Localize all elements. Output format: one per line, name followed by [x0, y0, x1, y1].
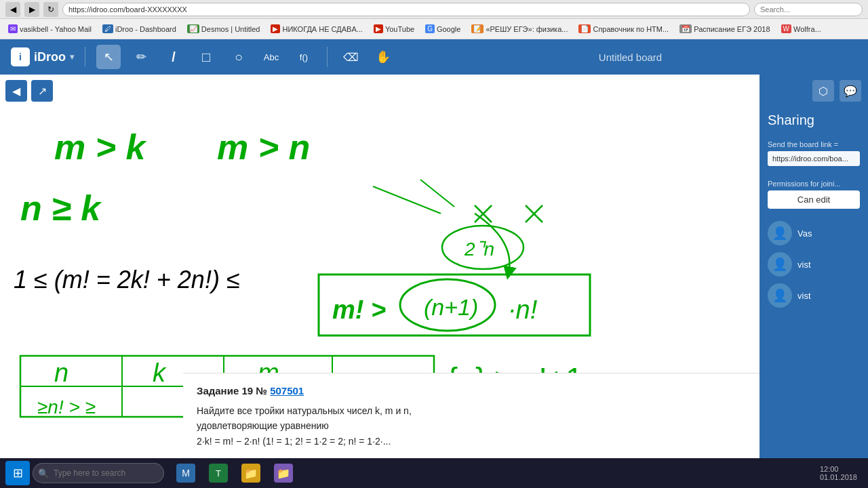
task-number-link[interactable]: 507501	[270, 385, 304, 396]
expand-buttons: ◀ ↗	[5, 80, 53, 102]
eraser-icon: ⌫	[343, 51, 359, 64]
tool-select[interactable]: ↖	[96, 45, 121, 69]
nav-back-button[interactable]: ◀	[5, 2, 20, 17]
tool-eraser[interactable]: ⌫	[338, 45, 363, 69]
bookmark-ege[interactable]: 📅 Расписание ЕГЭ 2018	[675, 23, 774, 35]
share-icon: ⬡	[818, 85, 828, 98]
bookmark-desmos[interactable]: 📈 Desmos | Untitled	[183, 23, 264, 35]
logo-icon: i	[11, 47, 30, 66]
bookmark-nikogda[interactable]: ▶ НИКОГДА НЕ СДАВA...	[267, 23, 366, 35]
sharing-panel: ⬡ 💬 Sharing Send the board link = Permis…	[760, 75, 868, 488]
logo-area[interactable]: i iDroo ▾	[11, 47, 74, 66]
bookmark-label: Справочник по HTM...	[593, 25, 669, 33]
start-button[interactable]: ⊞	[5, 461, 30, 485]
svg-text:2⌝n: 2⌝n	[464, 239, 494, 260]
taskbar-search-input[interactable]	[33, 463, 164, 483]
taskbar-app-stuff[interactable]: 📁	[236, 461, 266, 485]
tool-rect[interactable]: □	[194, 45, 218, 69]
bookmark-label: Расписание ЕГЭ 2018	[694, 25, 770, 33]
bookmark-reshu[interactable]: 📝 «РЕШУ ЕГЭ»: физика...	[467, 23, 572, 35]
logo-dropdown-icon: ▾	[70, 52, 74, 62]
browser-bar: ◀ ▶ ↻	[0, 0, 868, 19]
taskbar: ⊞ 🔍 M T 📁 📁 12:00 01.01.2018	[0, 458, 868, 488]
bookmark-idroo[interactable]: 🖊 iDroo - Dashboard	[98, 23, 180, 35]
formula-icon: f()	[300, 52, 308, 62]
bookmark-label: iDroo - Dashboard	[115, 25, 176, 33]
stuff-icon: 📁	[241, 464, 260, 483]
browser-search-input[interactable]	[754, 3, 863, 16]
svg-point-6	[400, 279, 495, 331]
svg-text:k: k	[153, 359, 167, 387]
bookmark-youtube[interactable]: ▶ YouTube	[370, 23, 418, 35]
user-item-vas[interactable]: 👤 Vas	[768, 221, 860, 245]
user-item-vist-2[interactable]: 👤 vist	[768, 283, 860, 308]
user-avatar-vist-2: 👤	[768, 283, 792, 308]
tool-pen[interactable]: ✏	[129, 45, 153, 69]
bookmarks-bar: ✉ vasikbell - Yahoo Mail 🖊 iDroo - Dashb…	[0, 19, 868, 39]
sharing-link-input[interactable]	[768, 151, 860, 166]
avatar-icon: 👤	[772, 257, 787, 272]
avatar-icon: 👤	[772, 288, 787, 303]
bookmark-label: Google	[437, 25, 460, 33]
tool-formula[interactable]: f()	[292, 45, 316, 69]
main-area: ◀ ↗ m > k m > n n ≥ k 1 ≤ (m! = 2k! + 2n…	[0, 75, 868, 488]
bookmark-html[interactable]: 📄 Справочник по HTM...	[574, 23, 673, 35]
tool-circle[interactable]: ○	[226, 45, 251, 69]
can-edit-button[interactable]: Can edit	[768, 190, 860, 209]
rect-icon: □	[202, 49, 210, 65]
bookmark-wolfram[interactable]: W Wolfra...	[777, 23, 825, 35]
user-name-vas: Vas	[797, 228, 812, 239]
taskbar-app-movavi[interactable]: M	[171, 461, 201, 485]
bookmark-label: «РЕШУ ЕГЭ»: физика...	[486, 25, 568, 33]
user-item-vist-1[interactable]: 👤 vist	[768, 252, 860, 277]
taskbar-search-wrap: 🔍	[33, 463, 168, 483]
bookmark-vasikbell[interactable]: ✉ vasikbell - Yahoo Mail	[4, 23, 96, 35]
svg-point-11	[442, 226, 524, 269]
share-icon-button[interactable]: ⬡	[812, 80, 834, 102]
svg-text:·n!: ·n!	[509, 296, 538, 324]
svg-text:m > n: m > n	[217, 127, 310, 167]
taskbar-app-tmac[interactable]: T	[203, 461, 233, 485]
text-icon: Abc	[264, 52, 279, 62]
svg-rect-4	[319, 274, 590, 336]
bookmark-label: Wolfra...	[793, 25, 821, 33]
nav-forward-button[interactable]: ▶	[24, 2, 39, 17]
chat-icon-button[interactable]: 💬	[840, 80, 861, 102]
expand-button[interactable]: ↗	[31, 80, 53, 102]
bookmark-label: vasikbell - Yahoo Mail	[20, 25, 92, 33]
bookmark-google[interactable]: G Google	[421, 23, 465, 35]
user-list: 👤 Vas 👤 vist 👤 vist	[768, 221, 860, 308]
bookmark-label: Desmos | Untitled	[201, 25, 260, 33]
tool-hand[interactable]: ✋	[371, 45, 395, 69]
user-avatar-vas: 👤	[768, 221, 792, 245]
board-title: Untitled board	[403, 52, 857, 63]
url-bar[interactable]	[62, 3, 750, 16]
collapse-button[interactable]: ◀	[5, 80, 27, 102]
permissions-label: Permissions for joini...	[768, 180, 860, 188]
svg-text:n: n	[54, 359, 68, 387]
canvas-area[interactable]: ◀ ↗ m > k m > n n ≥ k 1 ≤ (m! = 2k! + 2n…	[0, 75, 760, 488]
svg-text:m! >: m! >	[332, 296, 386, 324]
svg-text:n ≥ k: n ≥ k	[20, 188, 102, 228]
line-icon: /	[172, 49, 176, 65]
svg-text:≥n! > ≥: ≥n! > ≥	[37, 396, 96, 418]
logo-text: iDroo	[34, 50, 66, 64]
svg-text:(n+1): (n+1)	[424, 294, 478, 320]
task-title: Задание 19 № 507501	[197, 383, 753, 399]
pen-icon: ✏	[136, 49, 146, 64]
user-name-vist-1: vist	[797, 260, 811, 270]
windows-icon: ⊞	[13, 466, 23, 481]
user-avatar-vist-1: 👤	[768, 252, 792, 277]
chat-icon: 💬	[844, 85, 857, 98]
text-panel: Задание 19 № 507501 Найдите все тройки н…	[183, 373, 760, 458]
nav-refresh-button[interactable]: ↻	[43, 2, 58, 17]
tool-text[interactable]: Abc	[259, 45, 283, 69]
avatar-icon: 👤	[772, 226, 787, 241]
hand-icon: ✋	[376, 49, 391, 64]
taskbar-app-progr[interactable]: 📁	[269, 461, 298, 485]
select-icon: ↖	[104, 49, 114, 64]
tool-line[interactable]: /	[161, 45, 186, 69]
app-toolbar: i iDroo ▾ ↖ ✏ / □ ○ Abc f() ⌫ ✋ Untitled…	[0, 39, 868, 75]
toolbar-separator-1	[85, 47, 85, 67]
bookmark-label: НИКОГДА НЕ СДАВA...	[282, 25, 362, 33]
